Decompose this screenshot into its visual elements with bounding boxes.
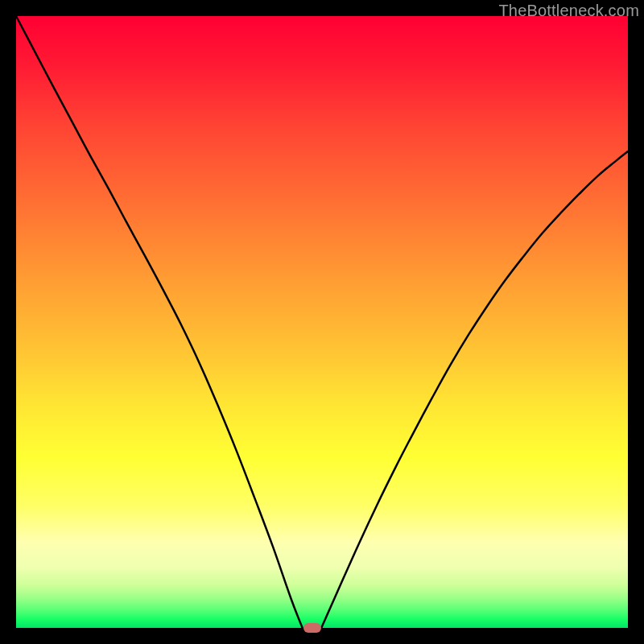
plot-area	[16, 16, 628, 628]
bottleneck-curve	[16, 16, 628, 628]
chart-frame: TheBottleneck.com	[0, 0, 644, 644]
bottleneck-marker	[303, 623, 321, 633]
curve-left-branch	[16, 16, 303, 628]
curve-right-branch	[321, 151, 628, 628]
watermark-text: TheBottleneck.com	[498, 2, 639, 20]
